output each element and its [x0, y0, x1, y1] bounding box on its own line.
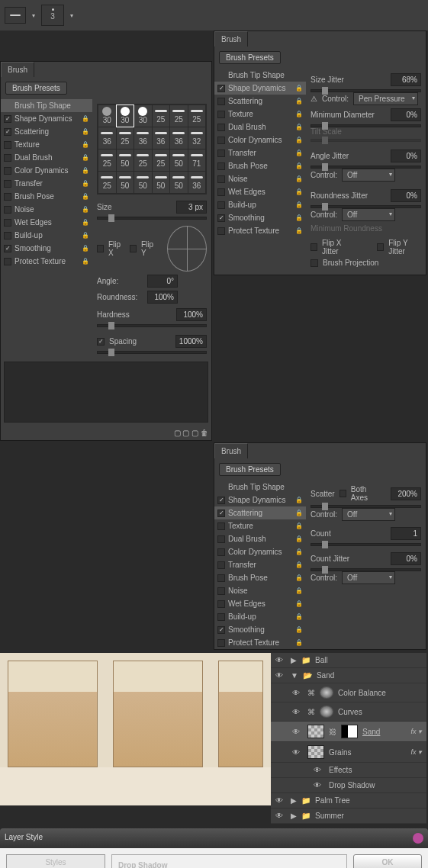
brush-tab[interactable]: Brush: [1, 62, 34, 77]
brush-tab[interactable]: Brush: [214, 31, 248, 47]
min-diameter-field[interactable]: 0%: [391, 108, 421, 121]
control-dropdown[interactable]: Off: [342, 508, 395, 521]
opt-wet-edges[interactable]: Wet Edges🔒: [1, 216, 92, 229]
flipy-jitter-checkbox[interactable]: [377, 243, 384, 251]
opt-scattering[interactable]: Scattering🔒: [1, 125, 92, 138]
opt-brush-tip-shape[interactable]: Brush Tip Shape: [1, 99, 92, 112]
opt-texture[interactable]: Texture🔒: [214, 519, 306, 532]
opt-scattering[interactable]: Scattering🔒: [214, 95, 306, 108]
opt-texture[interactable]: Texture🔒: [1, 138, 92, 151]
opt-brush-tip-shape[interactable]: Brush Tip Shape: [214, 69, 306, 82]
opt-build-up[interactable]: Build-up🔒: [214, 610, 306, 623]
size-field[interactable]: 3 px: [176, 201, 207, 214]
opt-transfer[interactable]: Transfer🔒: [214, 146, 306, 159]
opt-shape-dynamics[interactable]: Shape Dynamics🔒: [214, 493, 306, 506]
layer-effects-line[interactable]: 👁Effects: [271, 763, 426, 778]
opt-transfer[interactable]: Transfer🔒: [1, 177, 92, 190]
brush-presets-button[interactable]: Brush Presets: [5, 82, 67, 95]
opt-brush-pose[interactable]: Brush Pose🔒: [214, 159, 306, 172]
brush-preview[interactable]: [5, 7, 26, 24]
layer-grains[interactable]: 👁Grainsfx ▾: [271, 742, 426, 763]
opt-protect-texture[interactable]: Protect Texture🔒: [214, 636, 306, 649]
layer-color-balance[interactable]: 👁⌘Color Balance: [271, 683, 426, 702]
layer-curves[interactable]: 👁⌘Curves: [271, 702, 426, 722]
visibility-icon[interactable]: 👁: [275, 812, 286, 820]
opt-smoothing[interactable]: Smoothing🔒: [214, 623, 306, 636]
opt-shape-dynamics[interactable]: Shape Dynamics🔒: [214, 82, 306, 95]
opt-brush-tip-shape[interactable]: Brush Tip Shape: [214, 481, 306, 493]
scatter-field[interactable]: 200%: [391, 487, 421, 500]
opt-brush-pose[interactable]: Brush Pose🔒: [214, 571, 306, 584]
spacing-slider[interactable]: [97, 351, 207, 354]
spacing-field[interactable]: 1000%: [175, 335, 207, 348]
opt-dual-brush[interactable]: Dual Brush🔒: [1, 151, 92, 164]
opt-protect-texture[interactable]: Protect Texture🔒: [214, 224, 306, 237]
count-slider[interactable]: [311, 543, 421, 546]
roundness-field[interactable]: 100%: [147, 291, 178, 304]
control-dropdown[interactable]: Off: [342, 169, 395, 182]
opt-dual-brush[interactable]: Dual Brush🔒: [214, 532, 306, 545]
dropdown-icon[interactable]: ▾: [70, 12, 73, 19]
opt-wet-edges[interactable]: Wet Edges🔒: [214, 597, 306, 610]
brush-projection-checkbox[interactable]: [311, 259, 318, 267]
flipx-jitter-checkbox[interactable]: [311, 243, 317, 251]
visibility-icon[interactable]: 👁: [275, 796, 286, 805]
layer-folder-ball[interactable]: 👁▶📁Ball: [271, 653, 426, 668]
visibility-icon[interactable]: 👁: [314, 766, 324, 774]
opt-smoothing[interactable]: Smoothing🔒: [214, 211, 306, 224]
layer-folder-sand[interactable]: 👁▼📂Sand: [271, 668, 426, 683]
opt-build-up[interactable]: Build-up🔒: [214, 198, 306, 211]
size-jitter-field[interactable]: 68%: [391, 73, 421, 86]
layer-folder-summer[interactable]: 👁▶📁Summer: [271, 809, 426, 824]
expand-icon[interactable]: ▶: [291, 812, 297, 820]
fx-badge[interactable]: fx ▾: [410, 728, 422, 735]
flipy-checkbox[interactable]: [130, 245, 137, 252]
brush-presets-button[interactable]: Brush Presets: [219, 463, 281, 476]
control-dropdown[interactable]: Off: [342, 571, 395, 584]
styles-header[interactable]: Styles: [7, 855, 105, 868]
opt-transfer[interactable]: Transfer🔒: [214, 558, 306, 571]
hardness-field[interactable]: 100%: [176, 308, 207, 321]
fx-badge[interactable]: fx ▾: [410, 748, 422, 756]
brush-size-preview[interactable]: 3: [41, 5, 64, 26]
opt-color-dynamics[interactable]: Color Dynamics🔒: [214, 133, 306, 146]
opt-smoothing[interactable]: Smoothing🔒: [1, 242, 92, 255]
panel-footer-icons[interactable]: ▢ ▢ ▢ 🗑: [1, 426, 211, 440]
layer-drop-shadow-line[interactable]: 👁Drop Shadow: [271, 778, 426, 793]
opt-protect-texture[interactable]: Protect Texture🔒: [1, 255, 92, 268]
visibility-icon[interactable]: 👁: [292, 748, 303, 757]
roundness-jitter-field[interactable]: 0%: [391, 189, 421, 202]
flipx-checkbox[interactable]: [97, 245, 104, 252]
opt-scattering[interactable]: Scattering🔒: [214, 506, 306, 519]
opt-texture[interactable]: Texture🔒: [214, 108, 306, 121]
expand-icon[interactable]: ▶: [291, 796, 297, 805]
opt-dual-brush[interactable]: Dual Brush🔒: [214, 121, 306, 133]
angle-jitter-field[interactable]: 0%: [391, 149, 421, 162]
brush-presets-button[interactable]: Brush Presets: [219, 51, 281, 64]
dialog-titlebar[interactable]: Layer Style: [0, 828, 428, 848]
size-slider[interactable]: [97, 217, 207, 220]
opt-noise[interactable]: Noise🔒: [214, 172, 306, 185]
brush-preset-grid[interactable]: 30 30 30 25 25 25 36 25 36 36 36 32 25 5…: [97, 104, 207, 194]
opt-noise[interactable]: Noise🔒: [214, 584, 306, 597]
brush-tab[interactable]: Brush: [214, 443, 248, 458]
spacing-checkbox[interactable]: [97, 338, 105, 346]
control-dropdown[interactable]: Pen Pressure: [353, 92, 418, 105]
opt-color-dynamics[interactable]: Color Dynamics🔒: [1, 164, 92, 177]
dropdown-icon[interactable]: ▾: [32, 12, 35, 19]
both-axes-checkbox[interactable]: [340, 490, 346, 497]
visibility-icon[interactable]: 👁: [275, 656, 286, 664]
count-field[interactable]: 1: [391, 527, 421, 540]
opt-shape-dynamics[interactable]: Shape Dynamics🔒: [1, 112, 92, 125]
visibility-icon[interactable]: 👁: [292, 689, 303, 697]
opt-noise[interactable]: Noise🔒: [1, 203, 92, 216]
visibility-icon[interactable]: 👁: [275, 671, 286, 680]
opt-build-up[interactable]: Build-up🔒: [1, 229, 92, 242]
min-diameter-slider[interactable]: [311, 124, 421, 127]
opt-brush-pose[interactable]: Brush Pose🔒: [1, 190, 92, 203]
opt-color-dynamics[interactable]: Color Dynamics🔒: [214, 545, 306, 558]
layer-folder-palm-tree[interactable]: 👁▶📁Palm Tree: [271, 793, 426, 809]
count-jitter-field[interactable]: 0%: [391, 552, 421, 565]
help-icon[interactable]: [413, 833, 423, 844]
hardness-slider[interactable]: [97, 324, 207, 327]
